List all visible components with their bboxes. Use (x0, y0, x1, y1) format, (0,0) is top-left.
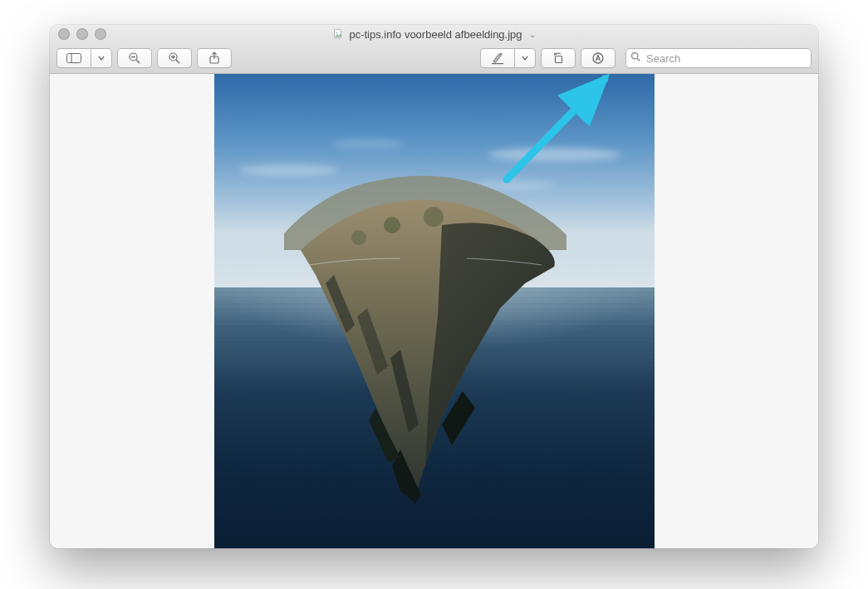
zoom-out-button[interactable] (117, 48, 152, 68)
svg-point-18 (384, 217, 400, 233)
toolbar (50, 43, 818, 74)
highlighter-icon (491, 52, 504, 65)
zoom-window-button[interactable] (95, 28, 106, 40)
share-icon (208, 52, 220, 65)
share-button[interactable] (197, 48, 232, 68)
document-icon (332, 28, 344, 40)
svg-rect-14 (556, 56, 562, 63)
zoom-in-button[interactable] (157, 48, 192, 68)
highlight-segment (480, 48, 536, 68)
svg-point-1 (336, 32, 338, 33)
chevron-down-icon (522, 55, 528, 61)
close-window-button[interactable] (58, 28, 70, 40)
search-icon (630, 51, 641, 66)
minimize-window-button[interactable] (76, 28, 88, 40)
highlight-button[interactable] (480, 48, 514, 68)
rotate-button[interactable] (541, 48, 576, 68)
window-title[interactable]: pc-tips.info voorbeeld afbeelding.jpg ⌄ (50, 28, 818, 41)
svg-rect-0 (335, 29, 341, 38)
traffic-lights (58, 28, 106, 40)
window-title-text: pc-tips.info voorbeeld afbeelding.jpg (349, 28, 522, 41)
svg-rect-2 (67, 54, 81, 63)
svg-point-16 (632, 53, 638, 59)
svg-point-20 (351, 230, 366, 245)
preview-window: pc-tips.info voorbeeld afbeelding.jpg ⌄ (50, 25, 818, 548)
image-canvas[interactable] (214, 74, 655, 548)
markup-button[interactable] (581, 48, 615, 68)
svg-line-17 (637, 58, 640, 61)
svg-point-19 (424, 207, 444, 227)
title-dropdown-icon: ⌄ (529, 30, 536, 39)
highlight-dropdown-button[interactable] (514, 48, 536, 68)
rotate-left-icon (552, 52, 565, 65)
chevron-down-icon (98, 55, 105, 61)
zoom-in-icon (168, 52, 181, 65)
search-input[interactable] (625, 48, 812, 68)
markup-icon (591, 52, 605, 65)
sidebar-icon (66, 53, 81, 63)
svg-rect-13 (492, 63, 503, 64)
island-image-content (276, 159, 575, 508)
zoom-out-icon (128, 52, 141, 65)
sidebar-dropdown-button[interactable] (91, 48, 112, 68)
svg-line-5 (136, 60, 140, 63)
content-area (50, 74, 818, 548)
titlebar: pc-tips.info voorbeeld afbeelding.jpg ⌄ (50, 25, 818, 43)
sidebar-toggle-segment (56, 48, 112, 68)
sidebar-toggle-button[interactable] (56, 48, 91, 68)
search-field-container (625, 48, 812, 68)
svg-line-8 (176, 60, 179, 63)
